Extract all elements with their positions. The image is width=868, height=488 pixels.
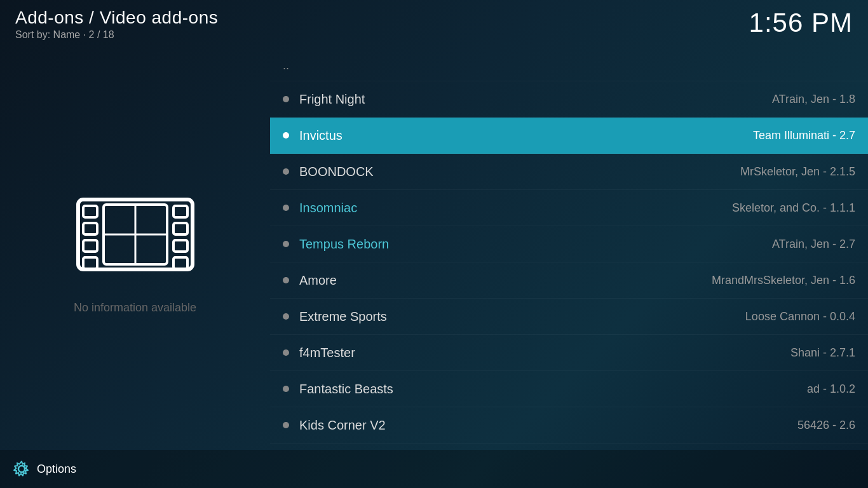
addon-author: MrSkeletor, Jen - 2.1.5 bbox=[740, 165, 855, 179]
addon-author: ATrain, Jen - 2.7 bbox=[772, 238, 855, 251]
no-info-label: No information available bbox=[74, 301, 196, 315]
bullet-icon bbox=[283, 386, 289, 392]
svg-rect-1 bbox=[83, 206, 97, 217]
addon-name: Insomniac bbox=[299, 201, 732, 215]
header-left: Add-ons / Video add-ons Sort by: Name · … bbox=[15, 8, 218, 41]
svg-rect-7 bbox=[173, 240, 187, 252]
svg-rect-2 bbox=[83, 223, 97, 234]
footer: Options bbox=[0, 450, 868, 488]
bullet-icon bbox=[283, 205, 289, 211]
options-label: Options bbox=[37, 463, 76, 476]
addon-name: Kids Corner V2 bbox=[299, 418, 797, 433]
list-item[interactable]: Extreme SportsLoose Cannon - 0.0.4 bbox=[270, 299, 868, 335]
bullet-icon bbox=[283, 168, 289, 175]
list-item[interactable]: InvictusTeam Illuminati - 2.7 bbox=[270, 118, 868, 154]
bullet-icon bbox=[283, 422, 289, 428]
options-icon bbox=[13, 460, 31, 478]
addon-author: ad - 1.0.2 bbox=[807, 383, 855, 396]
svg-rect-8 bbox=[173, 257, 187, 269]
list-item[interactable]: Kids Corner V256426 - 2.6 bbox=[270, 407, 868, 444]
list-item[interactable]: f4mTesterShani - 2.7.1 bbox=[270, 335, 868, 371]
list-item[interactable]: AmoreMrandMrsSkeletor, Jen - 1.6 bbox=[270, 262, 868, 299]
addon-name: Tempus Reborn bbox=[299, 237, 772, 252]
list-item[interactable]: Tempus RebornATrain, Jen - 2.7 bbox=[270, 226, 868, 262]
svg-point-12 bbox=[18, 466, 25, 472]
svg-rect-5 bbox=[173, 206, 187, 217]
page-title: Add-ons / Video add-ons bbox=[15, 8, 218, 28]
sort-info: Sort by: Name · 2 / 18 bbox=[15, 29, 218, 41]
list-item[interactable]: LiveStreamsProShani - 2.8.1 bbox=[270, 444, 868, 450]
addon-name: Invictus bbox=[299, 128, 753, 143]
addon-list: Fright NightATrain, Jen - 1.8InvictusTea… bbox=[270, 81, 868, 450]
bullet-icon bbox=[283, 241, 289, 247]
addon-author: Shani - 2.7.1 bbox=[790, 346, 855, 360]
list-item[interactable]: BOONDOCKMrSkeletor, Jen - 2.1.5 bbox=[270, 154, 868, 190]
bullet-icon bbox=[283, 96, 289, 102]
bullet-icon bbox=[283, 349, 289, 356]
list-panel[interactable]: .. Fright NightATrain, Jen - 1.8Invictus… bbox=[270, 51, 868, 450]
svg-rect-6 bbox=[173, 223, 187, 234]
bullet-icon bbox=[283, 132, 289, 139]
parent-directory-item[interactable]: .. bbox=[270, 51, 868, 81]
addon-author: ATrain, Jen - 1.8 bbox=[772, 93, 855, 106]
addon-author: 56426 - 2.6 bbox=[797, 419, 855, 432]
addon-name: BOONDOCK bbox=[299, 165, 740, 179]
parent-directory-label: .. bbox=[283, 59, 289, 72]
addon-name: Fright Night bbox=[299, 92, 772, 107]
header: Add-ons / Video add-ons Sort by: Name · … bbox=[0, 0, 868, 51]
addon-name: Extreme Sports bbox=[299, 309, 745, 324]
left-panel: No information available bbox=[0, 51, 270, 450]
addon-name: Amore bbox=[299, 273, 712, 288]
list-item[interactable]: InsomniacSkeletor, and Co. - 1.1.1 bbox=[270, 190, 868, 226]
addon-name: Fantastic Beasts bbox=[299, 382, 807, 396]
bullet-icon bbox=[283, 277, 289, 283]
list-item[interactable]: Fright NightATrain, Jen - 1.8 bbox=[270, 81, 868, 118]
addon-name: f4mTester bbox=[299, 346, 790, 360]
addon-author: Team Illuminati - 2.7 bbox=[753, 129, 855, 142]
svg-rect-4 bbox=[83, 257, 97, 269]
svg-rect-3 bbox=[83, 240, 97, 252]
addon-author: Loose Cannon - 0.0.4 bbox=[745, 310, 855, 323]
list-item[interactable]: Fantastic Beastsad - 1.0.2 bbox=[270, 371, 868, 407]
film-icon bbox=[72, 187, 199, 282]
addon-author: MrandMrsSkeletor, Jen - 1.6 bbox=[712, 274, 855, 287]
addon-author: Skeletor, and Co. - 1.1.1 bbox=[732, 201, 855, 215]
clock: 1:56 PM bbox=[749, 8, 853, 38]
bullet-icon bbox=[283, 313, 289, 320]
options-button[interactable]: Options bbox=[13, 460, 76, 478]
